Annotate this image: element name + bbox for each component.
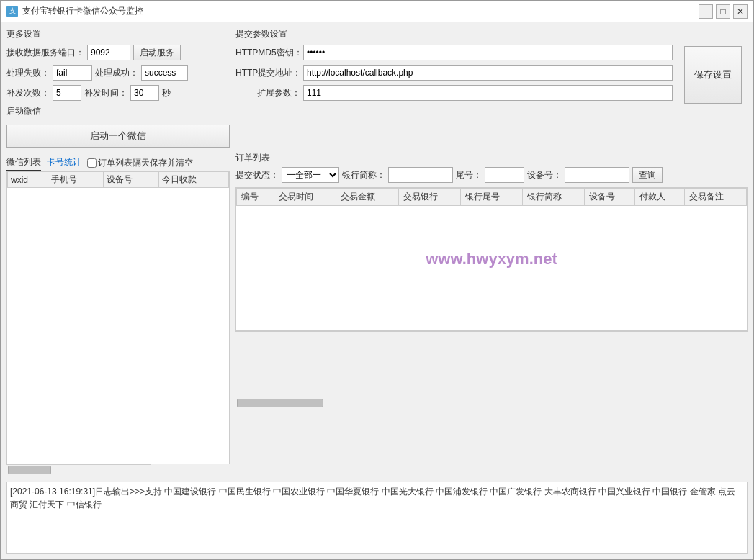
main-window: 支 支付宝转银行卡微信公众号监控 — □ ✕ 更多设置 接收数据服务端口： 启动… (0, 0, 754, 560)
query-row: 提交状态： 一全部一 成功 失败 未提交 银行简称： 尾号： 设备号： 查询 (235, 167, 748, 183)
clear-order-checkbox[interactable] (87, 158, 97, 168)
left-scrollbar[interactable] (6, 464, 151, 474)
start-wechat-section-label: 启动微信 (6, 105, 230, 117)
order-table-container[interactable]: 编号 交易时间 交易金额 交易银行 银行尾号 银行简称 设备号 付款人 交易备注 (235, 187, 748, 331)
log-text: [2021-06-13 16:19:31]日志输出>>>支持 中国建设银行 中国… (10, 487, 735, 510)
status-label: 提交状态： (235, 169, 279, 181)
app-icon: 支 (6, 6, 18, 17)
order-col-id: 编号 (237, 189, 274, 206)
order-list-label: 订单列表 (235, 152, 748, 164)
right-panel: 提交参数设置 HTTPMD5密钥： HTTP提交地址： 扩展参数： (235, 28, 748, 148)
top-section: 更多设置 接收数据服务端口： 启动服务 处理失败： 处理成功： 补发次数： 补发… (6, 28, 748, 148)
success-label: 处理成功： (95, 67, 138, 79)
fail-label: 处理失败： (6, 67, 50, 79)
tab-card-stats[interactable]: 卡号统计 (47, 155, 81, 171)
start-service-button[interactable]: 启动服务 (133, 45, 181, 60)
order-col-device: 设备号 (585, 189, 634, 206)
save-settings-area: 保存设置 (678, 45, 748, 105)
http-url-row: HTTP提交地址： (235, 65, 673, 81)
extra-params-input[interactable] (303, 85, 673, 101)
success-input[interactable] (141, 65, 188, 81)
col-device: 设备号 (104, 172, 159, 188)
watermark: www.hwyxym.net (426, 250, 557, 268)
main-content: 更多设置 接收数据服务端口： 启动服务 处理失败： 处理成功： 补发次数： 补发… (1, 22, 753, 559)
http-url-label: HTTP提交地址： (235, 67, 300, 79)
seconds-label: 秒 (162, 87, 171, 99)
order-col-payer: 付款人 (634, 189, 684, 206)
port-row: 接收数据服务端口： 启动服务 (6, 45, 230, 60)
more-settings-label: 更多设置 (6, 28, 230, 40)
maximize-button[interactable]: □ (716, 4, 730, 19)
title-bar: 支 支付宝转银行卡微信公众号监控 — □ ✕ (1, 1, 753, 22)
order-col-bank: 交易银行 (398, 189, 460, 206)
retry-input[interactable] (53, 85, 81, 101)
port-label: 接收数据服务端口： (6, 47, 84, 59)
right-panel-inner: HTTPMD5密钥： HTTP提交地址： 扩展参数： 保 (235, 45, 748, 105)
order-col-bank-short: 银行简称 (523, 189, 585, 206)
minimize-button[interactable]: — (699, 4, 713, 19)
right-panel-form: HTTPMD5密钥： HTTP提交地址： 扩展参数： (235, 45, 673, 105)
order-col-note: 交易备注 (684, 189, 746, 206)
order-col-time: 交易时间 (274, 189, 336, 206)
tab-wechat-list[interactable]: 微信列表 (6, 155, 41, 171)
left-panel: 更多设置 接收数据服务端口： 启动服务 处理失败： 处理成功： 补发次数： 补发… (6, 28, 230, 148)
http-url-input[interactable] (303, 65, 673, 81)
order-col-tail: 银行尾号 (460, 189, 522, 206)
wechat-list-container[interactable]: wxid 手机号 设备号 今日收款 (6, 171, 230, 464)
window-controls: — □ ✕ (699, 4, 748, 19)
clear-order-checkbox-label[interactable]: 订单列表隔天保存并清空 (87, 157, 193, 169)
col-wxid: wxid (8, 172, 48, 188)
retry-time-label: 补发时间： (84, 87, 127, 99)
retry-label: 补发次数： (6, 87, 50, 99)
clear-order-label: 订单列表隔天保存并清空 (98, 157, 193, 169)
retry-row: 补发次数： 补发时间： 秒 (6, 85, 230, 101)
right-bottom: 订单列表 提交状态： 一全部一 成功 失败 未提交 银行简称： 尾号： 设备号： (235, 152, 748, 474)
httpmd5-input[interactable] (303, 45, 673, 60)
col-phone: 手机号 (48, 172, 104, 188)
fail-input[interactable] (53, 65, 92, 81)
bank-name-label: 银行简称： (342, 169, 385, 181)
httpmd5-row: HTTPMD5密钥： (235, 45, 673, 60)
middle-section: 微信列表 卡号统计 订单列表隔天保存并清空 wxid 手机号 设备号 (6, 152, 748, 474)
order-table: 编号 交易时间 交易金额 交易银行 银行尾号 银行简称 设备号 付款人 交易备注 (236, 188, 747, 206)
tail-label: 尾号： (456, 169, 482, 181)
device-label: 设备号： (527, 169, 562, 181)
submit-params-label: 提交参数设置 (235, 28, 748, 40)
window-title: 支付宝转银行卡微信公众号监控 (22, 5, 699, 17)
query-button[interactable]: 查询 (632, 167, 663, 183)
bank-name-input[interactable] (388, 167, 453, 183)
tail-input[interactable] (485, 167, 524, 183)
fail-success-row: 处理失败： 处理成功： (6, 65, 230, 81)
port-input[interactable] (87, 45, 130, 60)
col-today-income: 今日收款 (158, 172, 228, 188)
wechat-list-table: wxid 手机号 设备号 今日收款 (7, 171, 229, 188)
save-settings-button[interactable]: 保存设置 (684, 46, 742, 104)
order-col-amount: 交易金额 (336, 189, 398, 206)
device-input[interactable] (565, 167, 629, 183)
extra-params-row: 扩展参数： (235, 85, 673, 101)
httpmd5-label: HTTPMD5密钥： (235, 47, 300, 59)
log-panel[interactable]: [2021-06-13 16:19:31]日志输出>>>支持 中国建设银行 中国… (6, 482, 748, 554)
close-button[interactable]: ✕ (733, 4, 748, 19)
extra-params-label: 扩展参数： (235, 87, 300, 99)
left-bottom: 微信列表 卡号统计 订单列表隔天保存并清空 wxid 手机号 设备号 (6, 152, 230, 474)
status-select[interactable]: 一全部一 成功 失败 未提交 (282, 167, 339, 183)
start-wechat-button[interactable]: 启动一个微信 (6, 125, 230, 148)
retry-time-input[interactable] (130, 85, 159, 101)
tabs-row: 微信列表 卡号统计 订单列表隔天保存并清空 (6, 155, 230, 171)
right-scrollbar[interactable] (235, 331, 748, 474)
